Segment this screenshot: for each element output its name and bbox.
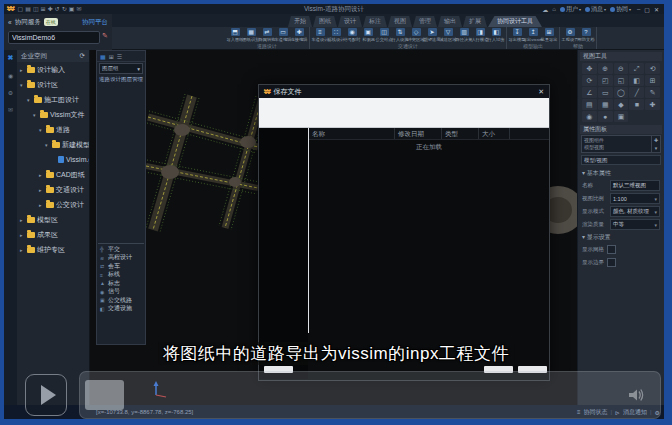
view-tool-icon[interactable]: ✎ [645, 87, 660, 98]
layer-list-item[interactable]: ⇄ 会车 [97, 262, 145, 271]
ribbon-button[interactable]: ⊞ 批量导出 [542, 28, 556, 42]
ribbon-button[interactable]: ⇄ 路网转换 [260, 28, 274, 42]
ribbon-tab[interactable]: 扩展 [463, 16, 487, 27]
platform-link[interactable]: 协同平台 [82, 18, 108, 27]
tree-item[interactable]: ▸ 公交设计 [17, 197, 89, 212]
ribbon-button[interactable]: ✚ 连接编辑 [292, 28, 306, 42]
view-tool-icon[interactable]: ▣ [614, 111, 629, 122]
layer-list-item[interactable]: ◧ 交通设施 [97, 305, 145, 314]
view-tool-icon[interactable]: ⟲ [645, 63, 660, 74]
view-tool-icon[interactable]: ▦ [598, 99, 613, 110]
layer-list-item[interactable]: ◉ 信号 [97, 288, 145, 297]
property-value[interactable]: 1:100▾ [610, 193, 660, 204]
layer-toolbar-icon[interactable]: ▦ [100, 53, 106, 60]
ribbon-tab-active[interactable]: 协同设计工具 [488, 16, 542, 27]
tree-item[interactable]: ▾ 设计区 [17, 77, 89, 92]
ribbon-button[interactable]: ? 帮助文档 [579, 28, 593, 42]
view-tool-icon[interactable]: ✚ [645, 99, 660, 110]
file-list-column-header[interactable]: 名称 [309, 128, 395, 139]
ribbon-tab[interactable]: 视图 [388, 16, 412, 27]
ribbon-button[interactable]: ↥ 导出vissim [526, 28, 540, 42]
qat-icon[interactable]: ↻ [62, 4, 67, 14]
home-icon[interactable]: ⌂ [552, 6, 556, 12]
view-tool-icon[interactable]: ⟳ [582, 75, 597, 86]
ribbon-tab[interactable]: 标注 [363, 16, 387, 27]
tree-item[interactable]: ▸ 模型区 [17, 212, 89, 227]
tree-expand-icon[interactable]: ▸ [20, 67, 25, 73]
qat-icon[interactable]: ✉ [76, 4, 81, 14]
ribbon-tab[interactable]: 设计 [338, 16, 362, 27]
collapse-panel-icon[interactable]: « [8, 19, 12, 26]
view-tool-icon[interactable]: ◉ [582, 111, 597, 122]
ribbon-button[interactable]: ∷ 标线设计 [329, 28, 343, 42]
tree-item[interactable]: ▾ 新建模型 [17, 137, 89, 152]
window-control-button[interactable]: ▢ [642, 6, 652, 13]
properties-selector[interactable]: 视图组件模型视图 ✚ ▾ [581, 135, 661, 153]
tree-item[interactable]: ▸ 交通设计 [17, 182, 89, 197]
tree-expand-icon[interactable]: ▸ [39, 202, 44, 208]
section-basic-properties[interactable]: ▾ 基本属性 [580, 167, 662, 179]
ribbon-button[interactable]: ▽ 减速区域 [441, 28, 455, 42]
titlebar-menu[interactable]: 消息▾ [585, 5, 606, 14]
view-tool-icon[interactable]: ◆ [614, 99, 629, 110]
tree-expand-icon[interactable]: ▾ [45, 142, 50, 148]
ribbon-button[interactable]: ⚙ 工程设置 [563, 28, 577, 42]
titlebar-menu[interactable]: 用户▾ [560, 5, 581, 14]
ribbon-button[interactable]: ◫ 公交站点 [377, 28, 391, 42]
ribbon-button[interactable]: ◉ 信号配时 [345, 28, 359, 42]
view-tool-icon[interactable]: ▤ [582, 99, 597, 110]
tree-item[interactable]: ▾ 道路 [17, 122, 89, 137]
chevron-down-icon[interactable]: ▾ [655, 145, 658, 151]
settings-gear-icon[interactable]: ⚙ [8, 89, 13, 96]
tree-expand-icon[interactable]: ▸ [39, 187, 44, 193]
view-tool-icon[interactable]: ✥ [582, 63, 597, 74]
layer-list-item[interactable]: ▲ 标志 [97, 279, 145, 288]
tree-expand-icon[interactable]: ▸ [20, 232, 25, 238]
ribbon-tab[interactable]: 管理 [413, 16, 437, 27]
view-tool-icon[interactable]: ■ [629, 99, 644, 110]
layer-list-item[interactable]: ≡ 标线 [97, 271, 145, 280]
ribbon-button[interactable]: ⬒ 导入图纸 [228, 28, 242, 42]
tree-expand-icon[interactable]: ▸ [20, 247, 25, 253]
ribbon-button[interactable]: ≡ 车道设计 [313, 28, 327, 42]
tree-item[interactable]: Vissim.gnc [17, 152, 89, 167]
property-value[interactable]: 颜色, 材质纹理▾ [610, 206, 660, 217]
file-list-column-header[interactable]: 类型 [442, 128, 479, 139]
window-control-button[interactable]: – [635, 6, 642, 13]
tree-item[interactable]: ▸ 维护专区 [17, 242, 89, 257]
view-tool-icon[interactable]: ╱ [629, 87, 644, 98]
view-tool-icon[interactable]: ⊖ [614, 63, 629, 74]
add-icon[interactable]: ✚ [654, 137, 658, 143]
user-icon[interactable]: ◉ [8, 72, 13, 79]
view-tool-icon[interactable]: ◱ [614, 75, 629, 86]
tree-expand-icon[interactable]: ▾ [39, 127, 44, 133]
property-value[interactable]: 默认三维视图 [610, 180, 660, 191]
project-name-input[interactable] [8, 31, 100, 44]
tree-item[interactable]: ▸ 成果区 [17, 227, 89, 242]
layer-list-item[interactable]: ▣ 公交线路 [97, 296, 145, 305]
ribbon-button[interactable]: ▣ 检测器 [361, 28, 375, 42]
view-tool-icon[interactable]: ⊞ [645, 75, 660, 86]
layer-group-select[interactable]: 图层组▾ [99, 63, 143, 74]
tree-item[interactable]: ▸ CAD图纸 [17, 167, 89, 182]
tree-item[interactable]: ▾ 施工图设计 [17, 92, 89, 107]
checkbox[interactable] [607, 258, 616, 267]
ribbon-tab[interactable]: 图纸 [313, 16, 337, 27]
dialog-address-bar[interactable] [259, 98, 549, 128]
cloud-icon[interactable]: ☁ [542, 6, 548, 13]
tree-expand-icon[interactable]: ▸ [20, 217, 25, 223]
view-tool-icon[interactable]: ∠ [582, 87, 597, 98]
qat-icon[interactable]: ⊞ [41, 4, 46, 14]
x-logo-icon[interactable]: ✖ [8, 54, 14, 62]
view-tool-icon[interactable]: ◧ [629, 75, 644, 86]
volume-icon[interactable] [626, 385, 646, 405]
tree-expand-icon[interactable]: ▾ [27, 97, 32, 103]
ribbon-button[interactable]: ▭ 车道编辑 [276, 28, 290, 42]
qat-icon[interactable]: ✚ [48, 4, 53, 14]
view-tool-icon[interactable]: ▭ [598, 87, 613, 98]
ribbon-button[interactable]: ▥ 路径决策 [457, 28, 471, 42]
tree-expand-icon[interactable]: ▾ [20, 82, 25, 88]
ribbon-button[interactable]: ▦ 图纸识别 [244, 28, 258, 42]
file-list-column-header[interactable]: 修改日期 [395, 128, 442, 139]
ribbon-button[interactable]: ◇ 冲突区域 [409, 28, 423, 42]
